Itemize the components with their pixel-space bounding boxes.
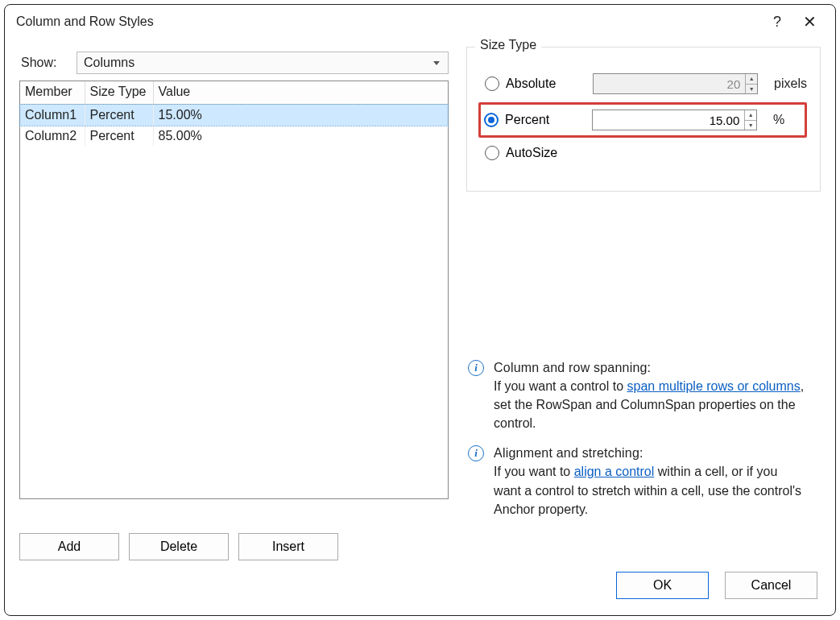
insert-button[interactable]: Insert bbox=[238, 533, 338, 560]
absolute-row: Absolute ▲▼ pixels bbox=[485, 73, 807, 94]
absolute-unit: pixels bbox=[774, 76, 807, 91]
autosize-label: AutoSize bbox=[506, 146, 557, 160]
table-cell-size_type: Percent bbox=[85, 105, 153, 126]
table-row[interactable]: Column2Percent85.00% bbox=[20, 126, 448, 147]
info-icon: i bbox=[468, 445, 484, 461]
grid-header-row: Member Size Type Value bbox=[20, 81, 448, 105]
members-grid[interactable]: Member Size Type Value Column1Percent15.… bbox=[19, 81, 449, 499]
show-label: Show: bbox=[21, 56, 65, 70]
ok-button[interactable]: OK bbox=[616, 572, 709, 599]
grid-header-member[interactable]: Member bbox=[20, 81, 85, 105]
info-spanning: i Column and row spanning: If you want a… bbox=[468, 358, 806, 433]
table-row[interactable]: Column1Percent15.00% bbox=[20, 105, 448, 126]
right-pane: Size Type Absolute ▲▼ pixels bbox=[466, 40, 821, 523]
spin-down-icon[interactable]: ▼ bbox=[746, 85, 757, 94]
dialog-buttons: OK Cancel bbox=[616, 572, 817, 599]
close-icon[interactable]: ✕ bbox=[793, 12, 826, 31]
delete-button[interactable]: Delete bbox=[129, 533, 229, 560]
table-cell-member: Column2 bbox=[20, 126, 85, 147]
grid-buttons: Add Delete Insert bbox=[5, 523, 835, 560]
info-alignment-pre: If you want to bbox=[494, 465, 574, 478]
autosize-radio-wrap[interactable]: AutoSize bbox=[485, 146, 581, 160]
absolute-numeric-input[interactable] bbox=[594, 74, 745, 93]
table-cell-value: 15.00% bbox=[153, 105, 448, 126]
titlebar: Column and Row Styles ? ✕ bbox=[5, 5, 835, 40]
show-dropdown-value: Columns bbox=[84, 56, 134, 70]
percent-label: Percent bbox=[505, 113, 549, 127]
percent-unit: % bbox=[773, 113, 784, 127]
info-spanning-pre: If you want a control to bbox=[494, 379, 627, 393]
absolute-radio-wrap[interactable]: Absolute bbox=[485, 76, 581, 91]
autosize-radio[interactable] bbox=[485, 146, 499, 160]
table-cell-member: Column1 bbox=[20, 105, 85, 126]
percent-numeric-input[interactable] bbox=[593, 110, 744, 130]
absolute-radio[interactable] bbox=[485, 76, 499, 91]
show-row: Show: Columns bbox=[21, 52, 449, 74]
span-rows-columns-link[interactable]: span multiple rows or columns bbox=[627, 379, 801, 393]
left-pane: Show: Columns Member Size Type Value Col… bbox=[19, 40, 449, 523]
grid-header-sizetype[interactable]: Size Type bbox=[85, 81, 153, 105]
absolute-numeric[interactable]: ▲▼ bbox=[593, 73, 758, 94]
info-spanning-text: Column and row spanning: If you want a c… bbox=[494, 358, 806, 433]
percent-highlight: Percent ▲▼ % bbox=[478, 102, 807, 138]
size-type-title: Size Type bbox=[475, 38, 541, 52]
autosize-row: AutoSize bbox=[485, 146, 807, 160]
table-cell-size_type: Percent bbox=[85, 126, 153, 147]
percent-spin[interactable]: ▲▼ bbox=[744, 110, 756, 130]
show-dropdown[interactable]: Columns bbox=[77, 52, 449, 74]
info-alignment-text: Alignment and stretching: If you want to… bbox=[494, 444, 806, 519]
percent-radio-wrap[interactable]: Percent bbox=[484, 113, 581, 127]
absolute-spin[interactable]: ▲▼ bbox=[745, 74, 757, 93]
spin-down-icon[interactable]: ▼ bbox=[745, 121, 756, 130]
help-icon[interactable]: ? bbox=[761, 14, 793, 31]
cancel-button[interactable]: Cancel bbox=[725, 572, 817, 599]
info-icon: i bbox=[468, 360, 484, 376]
size-type-group: Size Type Absolute ▲▼ pixels bbox=[466, 47, 821, 192]
percent-row: Percent ▲▼ % bbox=[484, 110, 797, 130]
info-alignment: i Alignment and stretching: If you want … bbox=[468, 444, 806, 519]
content-area: Show: Columns Member Size Type Value Col… bbox=[5, 40, 835, 523]
spin-up-icon[interactable]: ▲ bbox=[745, 110, 756, 121]
table-cell-value: 85.00% bbox=[153, 126, 448, 147]
info-alignment-title: Alignment and stretching: bbox=[494, 446, 643, 460]
info-spanning-title: Column and row spanning: bbox=[494, 361, 651, 374]
absolute-label: Absolute bbox=[506, 76, 556, 91]
add-button[interactable]: Add bbox=[19, 533, 119, 560]
percent-radio[interactable] bbox=[484, 113, 499, 127]
dialog-title: Column and Row Styles bbox=[16, 14, 761, 29]
dialog-window: Column and Row Styles ? ✕ Show: Columns … bbox=[4, 4, 836, 616]
align-control-link[interactable]: align a control bbox=[574, 465, 655, 478]
spin-up-icon[interactable]: ▲ bbox=[746, 74, 757, 85]
percent-numeric[interactable]: ▲▼ bbox=[592, 110, 757, 130]
grid-header-value[interactable]: Value bbox=[153, 81, 448, 105]
